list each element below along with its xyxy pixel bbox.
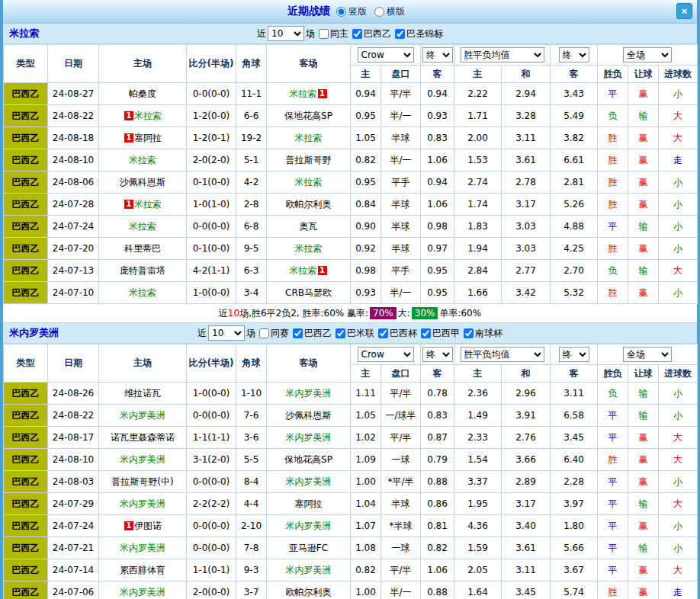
- filter-checkbox-5[interactable]: 南球杯: [464, 327, 503, 340]
- team-link[interactable]: 欧帕尔利奥: [286, 587, 332, 597]
- odds-time-select[interactable]: 终: [422, 47, 453, 62]
- filter-checkbox-input-0[interactable]: [319, 29, 329, 39]
- filter-checkbox-0[interactable]: 同主: [319, 27, 348, 40]
- team-link[interactable]: 米拉索: [295, 243, 323, 254]
- layout-vertical-option[interactable]: 竖版: [336, 5, 367, 18]
- avg-type-select[interactable]: 胜平负均值: [461, 347, 544, 362]
- team-link[interactable]: 米拉索: [290, 265, 317, 276]
- recent-count-select[interactable]: 10: [208, 325, 245, 341]
- goals-result-cell: 大: [659, 449, 698, 471]
- avg-time-select[interactable]: 终: [559, 347, 589, 362]
- team-link[interactable]: 米拉索: [134, 111, 162, 121]
- team-link[interactable]: 沙佩科恩斯: [120, 177, 165, 187]
- team-link[interactable]: 米内罗美洲: [286, 521, 332, 531]
- team-link[interactable]: 米内罗美洲: [120, 498, 165, 509]
- team-link[interactable]: 米拉索: [129, 221, 156, 232]
- team-link[interactable]: 维拉诺瓦: [124, 388, 161, 399]
- filter-checkbox-2[interactable]: 巴米联: [336, 327, 374, 340]
- team-link[interactable]: 沙佩科恩斯: [286, 410, 332, 421]
- team-link[interactable]: 累西腓体育: [120, 565, 165, 575]
- col-header: 客场: [267, 45, 351, 83]
- team-link[interactable]: 诺瓦里聂森蒂诺: [111, 432, 175, 443]
- filter-checkbox-3[interactable]: 巴西杯: [378, 327, 417, 340]
- filter-checkbox-input-3[interactable]: [378, 328, 388, 338]
- col-subheader: 让球: [628, 365, 659, 383]
- team-link[interactable]: 亚马逊FC: [289, 543, 328, 553]
- col-subheader: 胜负: [598, 365, 628, 383]
- filter-checkbox-input-2[interactable]: [395, 29, 405, 39]
- team-link[interactable]: 米内罗美洲: [120, 454, 165, 465]
- handicap-line-cell: 半/一: [381, 282, 421, 304]
- scope-header-cell: 全场: [598, 344, 698, 365]
- odds-company-select[interactable]: Crow: [358, 47, 414, 62]
- scope-select[interactable]: 全场: [623, 347, 672, 362]
- team-link[interactable]: 米拉索: [295, 177, 323, 187]
- odds-company-select[interactable]: Crow: [358, 347, 414, 362]
- team-link[interactable]: 米拉索: [134, 199, 162, 210]
- odds-company-header-cell: Crow: [351, 344, 421, 365]
- team-name-title: 米内罗美洲: [9, 326, 59, 340]
- filter-checkbox-4[interactable]: 巴西甲: [421, 327, 460, 340]
- filter-checkbox-input-2[interactable]: [336, 328, 345, 338]
- team-link[interactable]: 米拉索: [129, 287, 156, 298]
- team-link[interactable]: 米内罗美洲: [120, 587, 165, 597]
- team-link[interactable]: 米内罗美洲: [286, 432, 332, 443]
- filter-checkbox-input-1[interactable]: [293, 328, 303, 338]
- scope-select[interactable]: 全场: [623, 47, 672, 62]
- team-link[interactable]: 普拉斯哥野: [286, 155, 332, 165]
- team-link[interactable]: 米拉索: [295, 133, 323, 143]
- team-link[interactable]: 塞阿拉: [134, 133, 162, 143]
- team-link[interactable]: 米内罗美洲: [120, 410, 165, 421]
- filter-checkbox-input-5[interactable]: [464, 328, 474, 338]
- team-link[interactable]: 普拉斯哥野(中): [111, 476, 173, 487]
- odds-time-select[interactable]: 终: [422, 347, 453, 362]
- team-link[interactable]: 米内罗美洲: [286, 565, 332, 575]
- team-link[interactable]: CRB马瑟欧: [285, 287, 332, 298]
- avg-time-header-cell: 终: [551, 344, 598, 365]
- home-odds-cell: 0.92: [351, 238, 381, 260]
- team-link[interactable]: 米内罗美洲: [286, 476, 332, 487]
- league-type-cell: 巴西乙: [4, 515, 48, 537]
- team-link[interactable]: 帕桑度: [129, 88, 156, 99]
- handicap-line-cell: 平/半: [381, 83, 421, 105]
- team-link[interactable]: 米内罗美洲: [120, 543, 165, 553]
- layout-horizontal-radio[interactable]: [374, 7, 384, 17]
- team-link[interactable]: 科里蒂巴: [124, 243, 161, 254]
- result-cell: 胜: [598, 238, 628, 260]
- corners-cell: 5-1: [236, 149, 267, 171]
- team-link[interactable]: 塞阿拉: [295, 498, 323, 509]
- filter-checkbox-input-1[interactable]: [352, 29, 362, 39]
- league-type-cell: 巴西乙: [4, 427, 48, 449]
- layout-horizontal-option[interactable]: 横版: [374, 5, 405, 18]
- filter-checkbox-input-0[interactable]: [259, 328, 269, 338]
- team-link[interactable]: 欧帕尔利奥: [286, 199, 332, 210]
- filter-checkbox-2[interactable]: 巴圣锦标: [395, 27, 443, 40]
- team-link[interactable]: 保地花高SP: [284, 454, 332, 465]
- team-link[interactable]: 庞特普雷塔: [120, 265, 165, 276]
- team-link[interactable]: 保地花高SP: [284, 111, 332, 121]
- filter-checkbox-1[interactable]: 巴西乙: [293, 327, 332, 340]
- layout-vertical-radio[interactable]: [336, 7, 346, 17]
- handicap-result-cell: 赢: [628, 238, 659, 260]
- away-team-cell: 保地花高SP: [267, 105, 351, 127]
- recent-count-select[interactable]: 10: [268, 26, 304, 41]
- team-link[interactable]: 伊图诺: [134, 521, 162, 531]
- team-link[interactable]: 米拉索: [290, 88, 317, 99]
- filter-checkbox-1[interactable]: 巴西乙: [352, 27, 391, 40]
- team-link[interactable]: 米内罗美洲: [286, 388, 332, 399]
- team-section: 米拉索近10场同主巴西乙巴圣锦标类型日期主场比分(半场)角球客场Crow终胜平负…: [3, 24, 697, 323]
- close-button[interactable]: ×: [676, 3, 692, 19]
- league-type-cell: 巴西乙: [4, 216, 48, 238]
- team-link[interactable]: 奥瓦: [300, 221, 318, 232]
- avg-time-select[interactable]: 终: [559, 47, 589, 62]
- avg-type-select[interactable]: 胜平负均值: [461, 47, 544, 62]
- away-team-cell: 米拉索: [267, 171, 351, 194]
- away-odds-cell: 0.78: [421, 383, 454, 405]
- away-team-cell: 米内罗美洲: [267, 427, 351, 449]
- home-team-cell: 米内罗美洲: [99, 493, 187, 515]
- filter-checkbox-0[interactable]: 同赛: [259, 327, 289, 340]
- avg-home-cell: 1.71: [454, 105, 502, 127]
- filter-checkbox-input-4[interactable]: [421, 328, 431, 338]
- team-link[interactable]: 米拉索: [129, 155, 156, 165]
- home-odds-cell: 1.00: [351, 471, 381, 493]
